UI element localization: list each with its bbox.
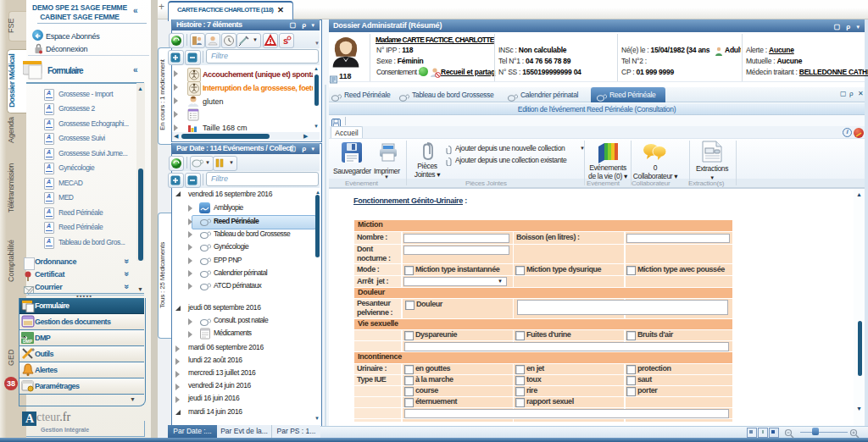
- svg-text:DMP: DMP: [23, 339, 33, 344]
